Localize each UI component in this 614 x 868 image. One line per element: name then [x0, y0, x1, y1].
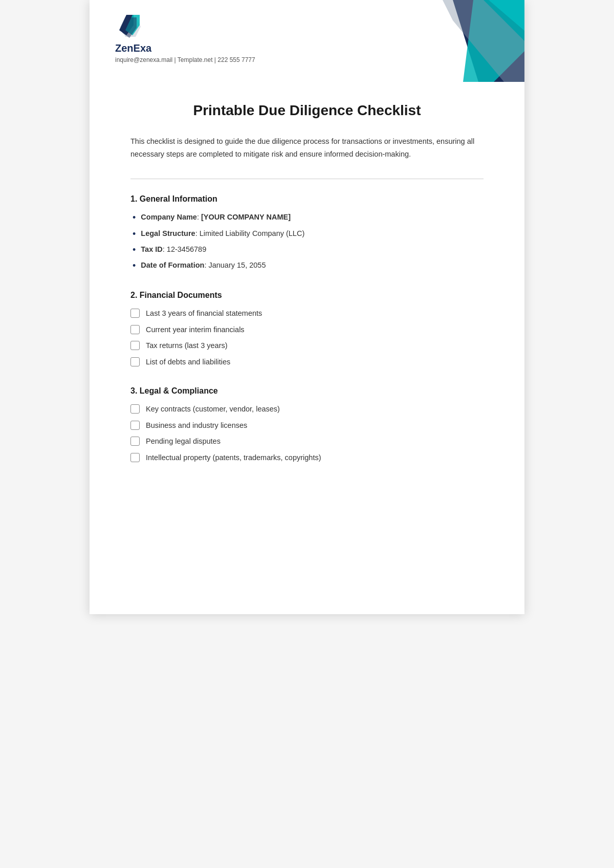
financial-docs-list: Last 3 years of financial statements Cur…: [130, 308, 484, 368]
checkbox-label: Last 3 years of financial statements: [146, 308, 262, 319]
section-2-title: 2. Financial Documents: [130, 291, 484, 300]
checkbox[interactable]: [130, 437, 140, 446]
section-divider: [130, 179, 484, 179]
list-item: • Legal Structure: Limited Liability Com…: [130, 228, 484, 240]
checkbox-label: Current year interim financials: [146, 324, 245, 336]
page-header: ZenExa inquire@zenexa.mail | Template.ne…: [90, 0, 524, 82]
list-item: • Date of Formation: January 15, 2055: [130, 260, 484, 272]
checkbox[interactable]: [130, 421, 140, 430]
list-item: Intellectual property (patents, trademar…: [130, 452, 484, 464]
checkbox[interactable]: [130, 325, 140, 334]
list-item: List of debts and liabilities: [130, 357, 484, 368]
list-item: Current year interim financials: [130, 324, 484, 336]
checkbox-label: Pending legal disputes: [146, 436, 221, 447]
brand-contact: inquire@zenexa.mail | Template.net | 222…: [115, 56, 255, 63]
checkbox[interactable]: [130, 357, 140, 366]
page-container: ZenExa inquire@zenexa.mail | Template.ne…: [90, 0, 524, 614]
section-general-info: 1. General Information • Company Name: […: [130, 194, 484, 272]
general-info-list: • Company Name: [YOUR COMPANY NAME] • Le…: [130, 212, 484, 272]
checkbox[interactable]: [130, 404, 140, 414]
section-legal-compliance: 3. Legal & Compliance Key contracts (cus…: [130, 386, 484, 464]
page-content: Printable Due Diligence Checklist This c…: [90, 82, 524, 513]
brand-name: ZenExa: [115, 42, 255, 54]
bullet-icon: •: [133, 260, 136, 272]
page-title: Printable Due Diligence Checklist: [130, 102, 484, 119]
intro-text: This checklist is designed to guide the …: [130, 135, 484, 160]
bullet-icon: •: [133, 228, 136, 240]
header-decoration: [412, 0, 524, 82]
checkbox-label: Tax returns (last 3 years): [146, 340, 228, 352]
list-item: Key contracts (customer, vendor, leases): [130, 404, 484, 415]
checkbox-label: Business and industry licenses: [146, 420, 247, 431]
section-financial-docs: 2. Financial Documents Last 3 years of f…: [130, 291, 484, 368]
zenexa-logo: [115, 12, 146, 40]
logo-area: ZenExa inquire@zenexa.mail | Template.ne…: [115, 12, 255, 63]
section-1-title: 1. General Information: [130, 194, 484, 204]
checkbox[interactable]: [130, 453, 140, 462]
section-3-title: 3. Legal & Compliance: [130, 386, 484, 396]
checkbox-label: Intellectual property (patents, trademar…: [146, 452, 321, 464]
legal-compliance-list: Key contracts (customer, vendor, leases)…: [130, 404, 484, 464]
list-item: • Tax ID: 12-3456789: [130, 244, 484, 256]
checkbox-label: Key contracts (customer, vendor, leases): [146, 404, 280, 415]
checkbox[interactable]: [130, 341, 140, 350]
list-item: Tax returns (last 3 years): [130, 340, 484, 352]
list-item: Business and industry licenses: [130, 420, 484, 431]
list-item: Last 3 years of financial statements: [130, 308, 484, 319]
list-item: • Company Name: [YOUR COMPANY NAME]: [130, 212, 484, 224]
checkbox-label: List of debts and liabilities: [146, 357, 230, 368]
checkbox[interactable]: [130, 309, 140, 318]
bullet-icon: •: [133, 244, 136, 256]
bullet-icon: •: [133, 212, 136, 224]
list-item: Pending legal disputes: [130, 436, 484, 447]
